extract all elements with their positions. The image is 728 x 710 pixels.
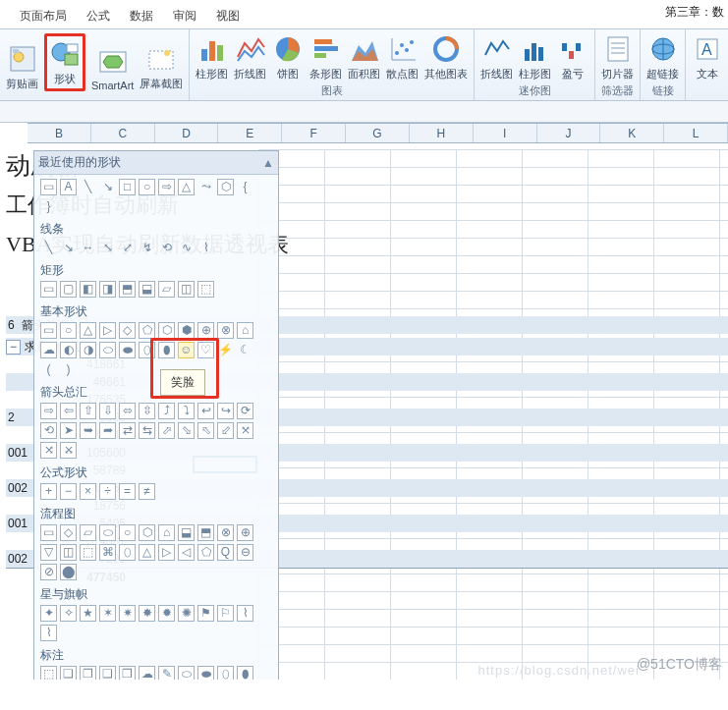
c6-icon[interactable]: ☁: [139, 666, 155, 680]
tab-data[interactable]: 数据: [122, 4, 161, 28]
s12-icon[interactable]: ⌇: [40, 625, 57, 641]
f11-icon[interactable]: ⊕: [237, 524, 253, 541]
b21-icon[interactable]: ⚡: [217, 342, 234, 358]
tab-review[interactable]: 审阅: [165, 4, 204, 28]
btn-other-charts[interactable]: 其他图表: [424, 33, 468, 82]
line1-icon[interactable]: ╲: [40, 240, 57, 256]
b14-icon[interactable]: ◑: [80, 342, 96, 358]
r8-icon[interactable]: ◫: [178, 281, 195, 298]
a3-icon[interactable]: ⇧: [80, 403, 96, 419]
s1-icon[interactable]: ✦: [40, 605, 57, 622]
s2-icon[interactable]: ✧: [60, 605, 77, 622]
f8-icon[interactable]: ⬓: [178, 524, 195, 541]
f7-icon[interactable]: ⌂: [158, 524, 175, 541]
s10-icon[interactable]: ⚐: [217, 605, 234, 622]
c8-icon[interactable]: ⬭: [178, 666, 195, 680]
a14-icon[interactable]: ➥: [80, 422, 96, 439]
btn-smartart[interactable]: SmartArt: [91, 46, 134, 91]
f4-icon[interactable]: ⬭: [99, 524, 116, 541]
btn-shapes[interactable]: 形状: [44, 33, 85, 91]
shapes-gallery[interactable]: 最近使用的形状 ▲ ▭ A ╲ ↘ □ ○ ⇨ △ ⤳ ⬡ { } 线条 ╲↘↔…: [33, 150, 279, 680]
s8-icon[interactable]: ✺: [178, 605, 195, 622]
c7-icon[interactable]: ✎: [158, 666, 175, 680]
shape-rect-icon[interactable]: ▭: [40, 179, 57, 195]
b12-icon[interactable]: ☁: [40, 342, 57, 358]
c1-icon[interactable]: ⬚: [40, 666, 57, 680]
b13-icon[interactable]: ◐: [60, 342, 77, 358]
r7-icon[interactable]: ▱: [158, 281, 175, 298]
f12-icon[interactable]: ▽: [40, 544, 57, 561]
e3-icon[interactable]: ×: [80, 483, 96, 500]
btn-spark-line[interactable]: 折线图: [480, 33, 513, 82]
col-e[interactable]: E: [218, 124, 282, 142]
collapse-icon[interactable]: −: [6, 340, 21, 355]
a16-icon[interactable]: ⇄: [119, 422, 136, 439]
b22-icon[interactable]: ☾: [237, 342, 253, 358]
formula-bar[interactable]: [0, 101, 728, 123]
f1-icon[interactable]: ▭: [40, 524, 57, 541]
c10-icon[interactable]: ⬯: [217, 666, 234, 680]
a9-icon[interactable]: ↩: [197, 403, 214, 419]
s4-icon[interactable]: ✶: [99, 605, 116, 622]
f20-icon[interactable]: ⬠: [197, 544, 214, 561]
a8-icon[interactable]: ⤵: [178, 403, 195, 419]
a23-icon[interactable]: ⤨: [40, 442, 57, 459]
btn-spark-winloss[interactable]: 盈亏: [557, 33, 588, 82]
b10-icon[interactable]: ⊗: [217, 322, 234, 339]
a20-icon[interactable]: ⬁: [197, 422, 214, 439]
c11-icon[interactable]: ⬮: [237, 666, 253, 680]
f5-icon[interactable]: ○: [119, 524, 136, 541]
btn-column-chart[interactable]: 柱形图: [196, 33, 228, 82]
f21-icon[interactable]: Q: [217, 544, 234, 561]
s5-icon[interactable]: ✷: [119, 605, 136, 622]
line9-icon[interactable]: ⌇: [197, 240, 214, 256]
f2-icon[interactable]: ◇: [60, 524, 77, 541]
col-c[interactable]: C: [91, 124, 155, 142]
btn-clipart[interactable]: 剪贴画: [6, 43, 38, 91]
r3-icon[interactable]: ◧: [80, 281, 96, 298]
tab-pagelayout[interactable]: 页面布局: [12, 4, 75, 28]
b1-icon[interactable]: ▭: [40, 322, 57, 339]
a19-icon[interactable]: ⬂: [178, 422, 195, 439]
c3-icon[interactable]: ❐: [80, 666, 96, 680]
a7-icon[interactable]: ⤴: [158, 403, 175, 419]
a12-icon[interactable]: ⟲: [40, 422, 57, 439]
line5-icon[interactable]: ⤢: [119, 240, 136, 256]
btn-line-chart[interactable]: 折线图: [234, 33, 266, 82]
f16-icon[interactable]: ⬯: [119, 544, 136, 561]
f19-icon[interactable]: ◁: [178, 544, 195, 561]
tab-formulas[interactable]: 公式: [79, 4, 118, 28]
shape-oval-icon[interactable]: ○: [139, 179, 155, 195]
col-b[interactable]: B: [28, 124, 91, 142]
a11-icon[interactable]: ⟳: [237, 403, 253, 419]
s7-icon[interactable]: ✹: [158, 605, 175, 622]
b8-icon[interactable]: ⬢: [178, 322, 195, 339]
shape-brace-icon[interactable]: ⇨: [158, 179, 175, 195]
shape-hex-icon[interactable]: ⬡: [217, 179, 234, 195]
col-l[interactable]: L: [664, 124, 728, 142]
a5-icon[interactable]: ⬄: [119, 403, 136, 419]
f18-icon[interactable]: ▷: [158, 544, 175, 561]
btn-pie-chart[interactable]: 饼图: [272, 33, 304, 82]
e1-icon[interactable]: +: [40, 483, 57, 500]
btn-screenshot[interactable]: 屏幕截图: [140, 43, 183, 91]
b23-icon[interactable]: (: [40, 361, 57, 378]
a21-icon[interactable]: ⬃: [217, 422, 234, 439]
a1-icon[interactable]: ⇨: [40, 403, 57, 419]
line6-icon[interactable]: ↯: [139, 240, 155, 256]
shape-tri-icon[interactable]: △: [178, 179, 195, 195]
f10-icon[interactable]: ⊗: [217, 524, 234, 541]
b9-icon[interactable]: ⊕: [197, 322, 214, 339]
btn-spark-column[interactable]: 柱形图: [519, 33, 551, 82]
a18-icon[interactable]: ⬀: [158, 422, 175, 439]
a22-icon[interactable]: ⤧: [237, 422, 253, 439]
btn-scatter-chart[interactable]: 散点图: [386, 33, 419, 82]
col-k[interactable]: K: [600, 124, 664, 142]
f13-icon[interactable]: ◫: [60, 544, 77, 561]
f14-icon[interactable]: ⬚: [80, 544, 96, 561]
r2-icon[interactable]: ▢: [60, 281, 77, 298]
line2-icon[interactable]: ↘: [60, 240, 77, 256]
b16-icon[interactable]: ⬬: [119, 342, 136, 358]
b6-icon[interactable]: ⬠: [139, 322, 155, 339]
s9-icon[interactable]: ⚑: [197, 605, 214, 622]
